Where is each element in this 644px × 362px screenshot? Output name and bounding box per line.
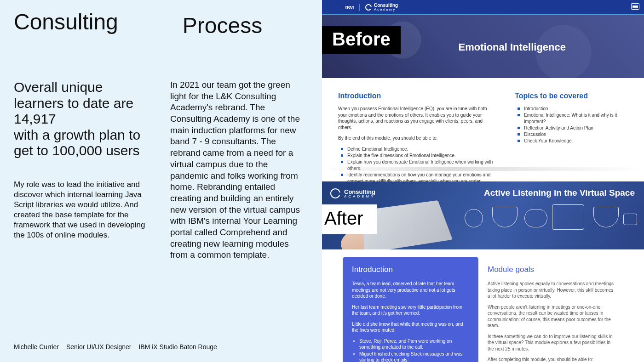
after-intro-p2: Her last team meeting saw very little pa… [352, 304, 469, 317]
after-goals-section: Module goals Active listening applies eq… [488, 257, 616, 362]
list-item: Emotional Intelligence: What is it and w… [521, 112, 628, 125]
after-label: After [322, 204, 377, 234]
list-item: Miguel finished checking Slack messages … [359, 351, 469, 362]
after-goals-p2: When people aren't listening in meetings… [488, 304, 616, 329]
after-goals-p3: Is there something we can do to improve … [488, 334, 616, 352]
after-intro-p1: Tessa, a team lead, observed of late tha… [352, 281, 469, 300]
list-item: Explain the five dimensions of Emotional… [345, 153, 496, 159]
house2-icon [593, 207, 619, 227]
before-topics-heading: Topics to be covered [515, 92, 628, 100]
after-intro-card: Introduction Tessa, a team lead, observe… [343, 257, 478, 362]
title-process: Process [183, 13, 262, 38]
after-goals-p4: After completing this module, you should… [488, 356, 616, 362]
hamburger-menu-icon[interactable] [631, 3, 639, 10]
logo-text-2: Academy [374, 8, 398, 11]
after-intro-heading: Introduction [352, 265, 469, 274]
after-hero-title: Active Listening in the Virtual Space [484, 188, 635, 198]
consulting-academy-logo: Consulting Academy [365, 3, 398, 11]
after-goals-heading: Module goals [488, 265, 616, 274]
role-description: My role was to lead the initiative and d… [14, 180, 152, 241]
ibm-logo: IBM [345, 5, 354, 10]
globe-icon [465, 209, 483, 227]
after-intro-p3: Little did she know that while that meet… [352, 321, 469, 334]
before-screenshot: IBM Consulting Academy Emotional Intelli… [322, 0, 644, 171]
list-item: Define Emotional Intelligence. [345, 146, 496, 153]
before-topbar: IBM Consulting Academy [322, 0, 644, 15]
before-intro-p1: When you possess Emotional Intelligence … [338, 106, 496, 130]
list-item: Steve, Roji, Perez, and Pam were working… [359, 338, 469, 350]
before-topics-list: IntroductionEmotional Intelligence: What… [515, 106, 628, 144]
list-item: Discussion [521, 131, 628, 138]
before-intro-section: Introduction When you possess Emotional … [338, 92, 496, 191]
after-logo-text-1: Consulting [344, 189, 375, 195]
logo-ring-icon [365, 4, 372, 11]
before-intro-p2: By the end of this module, you should be… [338, 135, 496, 141]
list-item: Introduction [521, 106, 628, 112]
before-label: Before [322, 26, 401, 54]
slide-footer: Michelle Currier Senior UI/UX Designer I… [14, 343, 223, 351]
process-description: In 2021 our team got the green light for… [170, 79, 304, 261]
footer-name: Michelle Currier [14, 343, 59, 351]
before-topics-section: Topics to be covered IntroductionEmotion… [515, 92, 628, 191]
divider-icon [359, 4, 360, 11]
before-intro-heading: Introduction [338, 92, 496, 100]
slide-left-panel: Consulting Process Overall unique learne… [0, 0, 322, 362]
logo-ring-icon [330, 188, 340, 198]
laptop-icon [623, 214, 637, 225]
title-consulting: Consulting [14, 9, 118, 38]
list-item: Reflection Activity and Action Plan [521, 125, 628, 131]
video-grid-icon [552, 204, 584, 230]
house-icon [492, 207, 518, 227]
cloud-icon [524, 209, 547, 227]
footer-role: Senior UI/UX Designer [66, 343, 132, 351]
after-logo: Consulting ACADEMY [330, 188, 375, 198]
after-goals-p1: Active listening applies equally to conv… [488, 281, 616, 300]
before-hero-title: Emotional Intelligence [459, 41, 566, 53]
list-item: Check Your Knowledge [521, 138, 628, 144]
after-logo-text-2: ACADEMY [344, 195, 375, 198]
footer-org: IBM iX Studio Baton Rouge [138, 343, 217, 351]
after-intro-list: Steve, Roji, Perez, and Pam were working… [352, 338, 469, 362]
headline-stats: Overall unique learners to date are 14,9… [14, 79, 152, 159]
slide-right-panel: 4 IBM Consulting Academy Emotional Intel… [322, 0, 644, 362]
